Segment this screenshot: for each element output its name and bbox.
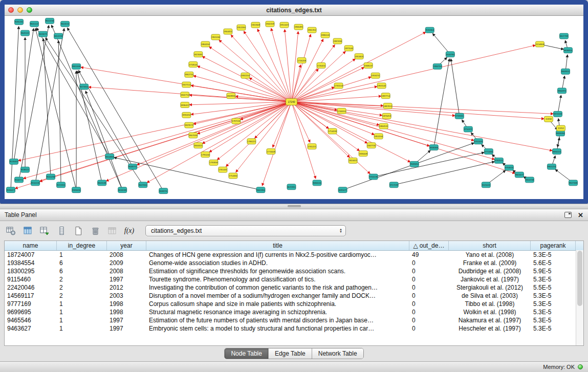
graph-node[interactable]: 1852204 — [374, 134, 383, 139]
graph-node[interactable]: 1824421 — [349, 158, 357, 163]
table-row[interactable]: 977716911998Corpus callosum shape and si… — [5, 300, 576, 308]
graph-node[interactable]: 1644784 — [446, 52, 454, 57]
graph-node[interactable]: 1916255 — [371, 73, 380, 78]
graph-node[interactable]: 1726455 — [317, 62, 325, 68]
table-source-select[interactable]: citations_edges.txt ▲▼ — [145, 225, 346, 236]
graph-node[interactable]: 1836449 — [359, 151, 367, 157]
graph-node[interactable]: 1862710 — [185, 72, 193, 77]
graph-node[interactable]: 9661894 — [256, 187, 265, 193]
graph-node[interactable]: 1795244 — [201, 152, 210, 158]
graph-node[interactable]: 1951423 — [280, 22, 289, 28]
splitter-grip[interactable] — [288, 205, 301, 207]
graph-node[interactable]: 1807033 — [189, 133, 198, 138]
graph-node[interactable]: 1786221 — [247, 139, 256, 144]
graph-node[interactable]: 1847731 — [367, 143, 376, 148]
graph-node[interactable]: 9605538 — [98, 180, 106, 186]
graph-node[interactable]: 1836417 — [181, 102, 189, 108]
graph-node[interactable]: 1830202 — [182, 112, 191, 118]
function-builder-button[interactable]: f(x) — [122, 224, 136, 237]
graph-node[interactable]: 1986103 — [321, 32, 330, 38]
graph-node[interactable]: 9949450 — [410, 161, 419, 167]
network-graph[interactable]: 1724018642041823081175814118627101927512… — [5, 16, 583, 199]
graph-node[interactable]: 9783555 — [494, 158, 503, 163]
graph-node[interactable]: 1966495 — [294, 24, 303, 30]
new-table-button[interactable] — [72, 224, 85, 237]
graph-node[interactable]: 1912260 — [237, 25, 246, 30]
graph-node[interactable]: 9872033 — [553, 111, 562, 117]
graph-node[interactable]: 1761441 — [219, 167, 227, 172]
graph-node[interactable]: 1887652 — [383, 103, 392, 109]
graph-node[interactable]: 1774008 — [267, 149, 275, 155]
graph-node[interactable]: 9772494 — [484, 149, 493, 155]
column-header-year[interactable]: year — [107, 241, 146, 250]
graph-node[interactable]: 9649772 — [128, 164, 137, 169]
graph-node[interactable]: 1975542 — [344, 46, 353, 51]
graph-node[interactable]: 9684016 — [313, 180, 321, 186]
tab-edge-table[interactable]: Edge Table — [269, 348, 312, 359]
close-button[interactable] — [8, 7, 14, 13]
graph-node[interactable]: 1154808 — [535, 41, 544, 47]
graph-node[interactable]: 1905542 — [377, 83, 386, 89]
graph-node[interactable]: 9860972 — [557, 88, 566, 94]
graph-node[interactable]: 1793934 — [209, 160, 218, 165]
graph-node[interactable]: 9638711 — [159, 188, 168, 194]
graph-node[interactable]: 9794616 — [505, 165, 513, 170]
table-row[interactable]: 946362711997Embryonic stem cells: a mode… — [5, 324, 576, 333]
graph-node[interactable]: 9624150 — [61, 21, 70, 27]
graph-node[interactable]: 15952 — [556, 125, 565, 131]
graph-node[interactable]: 1864204 — [201, 41, 210, 47]
graph-node[interactable]: 1832204 — [241, 73, 250, 78]
delete-table-button[interactable] — [89, 224, 102, 237]
column-header-out_degree[interactable]: △out_de… — [409, 241, 449, 250]
table-mode-button[interactable] — [4, 224, 18, 237]
network-window-titlebar[interactable]: citations_edges.txt — [5, 5, 583, 16]
import-table-button[interactable] — [105, 224, 119, 237]
graph-node[interactable]: 9672955 — [287, 184, 296, 190]
column-header-pagerank[interactable]: pagerank — [531, 241, 576, 250]
graph-node[interactable]: 9706138 — [369, 174, 378, 180]
graph-node[interactable]: 1765221 — [308, 144, 316, 149]
graph-node[interactable]: 1758141 — [189, 62, 198, 68]
graph-node[interactable]: 9717199 — [389, 182, 398, 188]
graph-node[interactable]: 9561294 — [47, 174, 55, 180]
graph-node[interactable]: 9673355 — [80, 84, 89, 90]
graph-node[interactable]: 9245022 — [482, 182, 490, 188]
graph-node[interactable]: 9849911 — [561, 69, 570, 74]
show-columns-button[interactable] — [21, 224, 35, 237]
graph-node[interactable]: 1754464 — [229, 173, 237, 179]
graph-node[interactable]: 1984704 — [433, 63, 442, 69]
table-row[interactable]: 1456911722003Disruption of a novel membe… — [5, 292, 576, 300]
graph-node[interactable]: 1864531 — [379, 123, 388, 129]
graph-node[interactable]: 1842752 — [181, 92, 189, 98]
graph-node[interactable]: 1942209 — [266, 21, 274, 27]
table-row[interactable]: 1830029562008Estimation of significance … — [5, 267, 576, 275]
close-panel-icon[interactable]: ✕ — [578, 212, 583, 218]
table-row[interactable]: 1872400712008Changes of HCN gene express… — [5, 251, 576, 259]
graph-node[interactable]: 1735514 — [334, 83, 343, 89]
graph-node[interactable]: 9627650 — [139, 182, 147, 188]
scrollbar-thumb[interactable] — [577, 251, 582, 306]
graph-node[interactable]: 9645522 — [21, 30, 30, 36]
graph-node[interactable]: 9538121 — [21, 167, 30, 172]
column-header-in_degree[interactable]: in_degree — [57, 241, 107, 250]
graph-node[interactable]: 17240 — [286, 99, 297, 105]
graph-node[interactable]: 1927512 — [182, 82, 191, 87]
graph-node[interactable]: 9905216 — [547, 164, 556, 169]
graph-node[interactable]: 1754209 — [328, 128, 337, 134]
table-row[interactable]: 946554611997Estimation of the future num… — [5, 316, 576, 324]
graph-node[interactable]: 1904452 — [224, 29, 232, 34]
table-row[interactable]: 969969511998Structural magnetic resonanc… — [5, 308, 576, 316]
graph-node[interactable]: 9550133 — [31, 180, 40, 186]
column-header-short[interactable]: short — [449, 241, 531, 250]
float-panel-icon[interactable] — [564, 212, 572, 218]
minimize-button[interactable] — [17, 7, 23, 13]
graph-node[interactable]: 1901244 — [211, 34, 220, 40]
panel-splitter[interactable] — [0, 204, 588, 209]
column-header-title[interactable]: title — [146, 241, 409, 250]
tab-node-table[interactable]: Node Table — [225, 348, 269, 359]
graph-node[interactable]: 1809931 — [227, 93, 235, 99]
zoom-button[interactable] — [27, 7, 32, 13]
graph-node[interactable]: 9544772 — [15, 177, 24, 183]
graph-node[interactable]: 9594477 — [7, 187, 15, 193]
graph-node[interactable]: 9650833 — [105, 154, 114, 159]
